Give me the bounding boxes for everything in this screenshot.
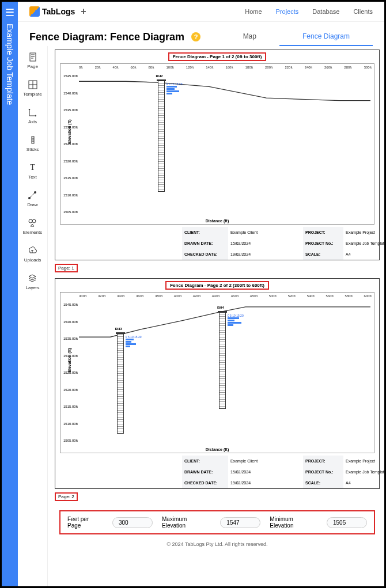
tool-sticks[interactable]: Sticks	[27, 135, 39, 152]
diagram-page: Fence Diagram - Page 2 of 2 (300ft to 60…	[55, 278, 380, 489]
tool-uploads[interactable]: Uploads	[24, 245, 41, 263]
toolbar: Page Template Axis Sticks TText Draw Ele…	[18, 46, 48, 586]
side-banner[interactable]: ☰ Example Job Template	[2, 2, 18, 586]
y-label: Elevation (ft)	[67, 348, 71, 372]
tool-text[interactable]: TText	[28, 162, 38, 180]
tool-template[interactable]: Template	[23, 79, 41, 97]
layers-icon	[27, 273, 37, 283]
nav-projects[interactable]: Projects	[276, 8, 299, 15]
copyright: © 2024 TabLogs Pty Ltd. All rights reser…	[55, 538, 380, 551]
page-number: Page: 1	[55, 264, 78, 272]
banner-title: Example Job Template	[5, 24, 14, 105]
tool-layers[interactable]: Layers	[25, 273, 39, 290]
top-nav: Home Projects Database Clients	[245, 8, 373, 15]
plot-area: BH20 5 10 15 20	[79, 72, 370, 215]
logo-icon	[29, 6, 40, 17]
tool-draw[interactable]: Draw	[27, 190, 38, 207]
footer-inputs: Feet per PageMaximum ElevationMinimum El…	[59, 510, 375, 534]
borehole-stick[interactable]: BH20 5 10 15 20	[158, 81, 165, 192]
min-label: Minimum Elevation	[270, 516, 317, 529]
add-icon[interactable]: +	[81, 6, 86, 17]
y-ticks: 1545.00ft1540.00ft1535.00ft1530.00ft1525…	[62, 74, 78, 214]
diagram-title: Fence Diagram - Page 2 of 2 (300ft to 60…	[165, 281, 269, 290]
pages-area: Fence Diagram - Page 1 of 2 (0ft to 300f…	[48, 46, 384, 586]
axis-icon	[28, 107, 38, 117]
title-row: Fence Diagram: Fence Diagram ? Map Fence…	[18, 22, 384, 46]
svg-rect-0	[30, 53, 36, 61]
sticks-icon	[28, 135, 38, 145]
page-icon	[28, 52, 38, 62]
tool-elements[interactable]: Elements	[23, 218, 42, 235]
chart[interactable]: 300ft320ft340ft360ft380ft400ft420ft440ft…	[60, 292, 374, 453]
logo[interactable]: TabLogs +	[29, 6, 86, 17]
tool-axis[interactable]: Axis	[28, 107, 38, 124]
help-icon[interactable]: ?	[191, 32, 200, 41]
tab-map[interactable]: Map	[220, 28, 279, 46]
max-label: Maximum Elevation	[162, 516, 211, 529]
elements-icon	[27, 218, 37, 228]
y-label: Elevation (ft)	[67, 119, 71, 143]
template-icon	[28, 79, 38, 90]
fpp-label: Feet per Page	[67, 516, 103, 529]
borehole-stick[interactable]: BH40 5 10 15 20	[219, 312, 226, 409]
draw-icon	[27, 190, 37, 200]
topbar: TabLogs + Home Projects Database Clients	[18, 2, 384, 22]
tab-fence[interactable]: Fence Diagram	[279, 28, 373, 46]
chart[interactable]: 0ft20ft40ft60ft80ft100ft120ft140ft160ft1…	[60, 63, 374, 225]
page-title: Fence Diagram: Fence Diagram	[29, 31, 184, 43]
stick-bars	[166, 86, 179, 94]
x-label: Distance (ft)	[60, 219, 374, 223]
stick-bars	[126, 339, 136, 347]
uploads-icon	[27, 245, 37, 256]
x-ticks: 300ft320ft340ft360ft380ft400ft420ft440ft…	[79, 294, 372, 298]
stick-label: BH2	[156, 74, 163, 78]
svg-point-5	[29, 219, 32, 223]
svg-point-6	[32, 219, 36, 223]
info-table: CLIENT:Example ClientPROJECT:Example Pro…	[119, 227, 379, 260]
x-ticks: 0ft20ft40ft60ft80ft100ft120ft140ft160ft1…	[79, 66, 372, 69]
plot-area: BH30 5 10 15 20BH40 5 10 15 20	[79, 301, 370, 443]
nav-database[interactable]: Database	[312, 8, 339, 15]
tool-page[interactable]: Page	[27, 52, 38, 69]
stick-bars	[228, 317, 241, 326]
y-ticks: 1545.00ft1540.00ft1535.00ft1530.00ft1525…	[62, 303, 78, 442]
page-number: Page: 2	[55, 492, 78, 501]
diagram-title: Fence Diagram - Page 1 of 2 (0ft to 300f…	[168, 52, 267, 61]
feet-per-page-input[interactable]	[112, 517, 153, 528]
diagram-page: Fence Diagram - Page 1 of 2 (0ft to 300f…	[55, 50, 380, 260]
min-elevation-input[interactable]	[327, 517, 367, 528]
max-elevation-input[interactable]	[220, 517, 260, 528]
stick-label: BH3	[115, 327, 122, 331]
nav-clients[interactable]: Clients	[353, 8, 373, 15]
x-label: Distance (ft)	[60, 447, 374, 452]
borehole-stick[interactable]: BH30 5 10 15 20	[117, 333, 124, 434]
nav-home[interactable]: Home	[245, 8, 262, 15]
hamburger-icon[interactable]: ☰	[5, 6, 14, 19]
text-icon: T	[28, 162, 38, 173]
stick-label: BH4	[217, 306, 224, 309]
tabs: Map Fence Diagram	[220, 28, 373, 46]
info-table: CLIENT:Example ClientPROJECT:Example Pro…	[119, 456, 379, 488]
brand-text: TabLogs	[42, 7, 75, 16]
